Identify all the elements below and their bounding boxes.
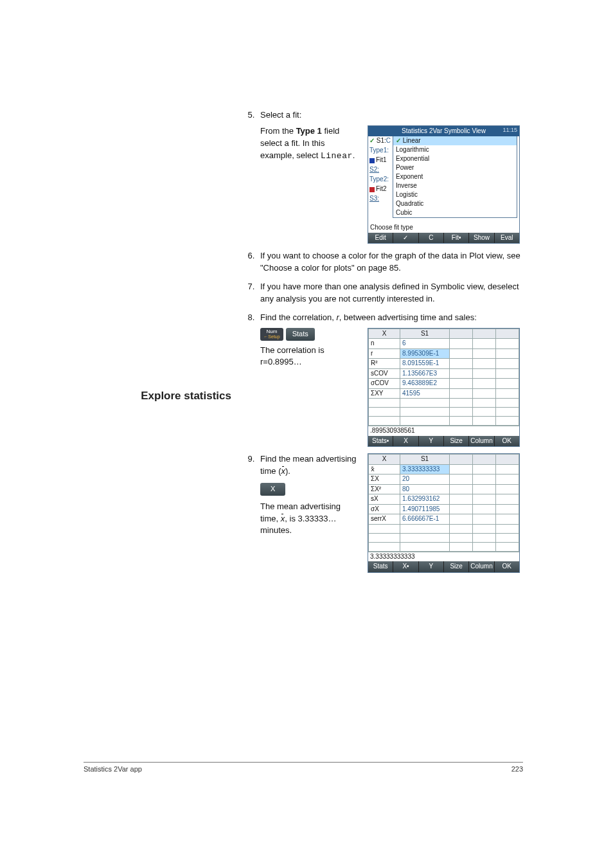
stats-softkey: Stats <box>286 328 315 341</box>
step-8: Find the correlation, r, between adverti… <box>257 312 523 447</box>
type1-label: Type 1 <box>296 126 322 136</box>
menu-check[interactable]: ✓ <box>393 233 418 244</box>
step8-text: Num ←Setup Stats The correlation is r=0.… <box>260 328 360 369</box>
calc-symbolic-view: Statistics 2Var Symbolic View 11:15 ✓ S1… <box>368 125 520 244</box>
fit-type-dropdown[interactable]: Linear Logarithmic Exponential Power Exp… <box>393 136 517 218</box>
dropdown-opt-exp[interactable]: Exponential <box>393 154 517 163</box>
menu-c[interactable]: C <box>419 233 444 244</box>
hdr-x: X <box>369 329 400 339</box>
m1-ok[interactable]: OK <box>495 436 519 447</box>
sym-left-s2: S2: <box>368 165 393 175</box>
sym-left-type2: Type2: <box>368 175 393 185</box>
step-9: Find the mean advertising time (x). X Th… <box>257 453 523 573</box>
dropdown-opt-inverse[interactable]: Inverse <box>393 181 517 190</box>
menu-fit[interactable]: Fit• <box>444 233 469 244</box>
m1-stats[interactable]: Stats• <box>368 436 393 447</box>
dropdown-opt-linear[interactable]: Linear <box>393 136 517 145</box>
menu-eval[interactable]: Eval <box>495 233 519 244</box>
step9-text: Find the mean advertising time (x). X Th… <box>260 453 360 537</box>
echo-line-2: 3.33333333333 <box>368 552 519 562</box>
stats-screen-correlation: X S1 n6 r8.995309E-1 R²8.091559E-1 sCOV1… <box>368 328 520 448</box>
sym-left-type1: Type1: <box>368 146 393 156</box>
r-cell-selected: 8.995309E-1 <box>400 348 450 359</box>
calc-time: 11:15 <box>502 126 517 134</box>
num-setup-key-icon: Num ←Setup <box>260 328 283 341</box>
calc-hint: Choose fit type <box>368 223 519 233</box>
menu-edit[interactable]: Edit <box>368 233 393 244</box>
sym-left-fit2: Fit2 <box>368 185 393 194</box>
m2-ok[interactable]: OK <box>495 561 519 572</box>
echo-line-1: .899530938561 <box>368 426 519 436</box>
m2-x[interactable]: X• <box>393 561 418 572</box>
step5-lead: Select a fit: <box>260 110 301 120</box>
sym-left-fit1: Fit1 <box>368 156 393 165</box>
menu-show[interactable]: Show <box>469 233 494 244</box>
m1-y[interactable]: Y <box>419 436 444 447</box>
step-7: If you have more than one analysis defin… <box>257 281 523 305</box>
m1-size[interactable]: Size <box>444 436 469 447</box>
hdr-s1: S1 <box>400 329 450 339</box>
linear-monospace: Linear <box>321 151 353 161</box>
m2-y[interactable]: Y <box>419 561 444 572</box>
step-5: Select a fit: From the Type 1 field sele… <box>257 109 523 244</box>
xbar-symbol-2: x <box>281 513 285 525</box>
hdr2-s1: S1 <box>400 455 450 465</box>
dropdown-opt-quad[interactable]: Quadratic <box>393 199 517 208</box>
page-footer: Statistics 2Var app 223 <box>84 762 523 775</box>
sym-left-s3: S3: <box>368 194 393 204</box>
stats-screen-mean: X S1 x̄3.333333333 ΣX20 ΣX²80 sX1.632993… <box>368 453 520 573</box>
m1-x[interactable]: X <box>393 436 418 447</box>
dropdown-opt-log[interactable]: Logarithmic <box>393 145 517 154</box>
step5-text: From the Type 1 field select a fit. In t… <box>260 125 360 163</box>
section-heading-explore-statistics: Explore statistics <box>84 388 231 404</box>
xbar-cell-selected: 3.333333333 <box>400 464 450 475</box>
calc-title: Statistics 2Var Symbolic View 11:15 <box>368 126 519 137</box>
footer-left: Statistics 2Var app <box>84 764 142 775</box>
calc-menubar: Edit ✓ C Fit• Show Eval <box>368 233 519 244</box>
dropdown-opt-logistic[interactable]: Logistic <box>393 190 517 199</box>
x-softkey: X <box>260 483 285 496</box>
dropdown-opt-exponent[interactable]: Exponent <box>393 172 517 181</box>
xbar-symbol: x <box>281 466 286 478</box>
m1-column[interactable]: Column <box>469 436 494 447</box>
m2-stats[interactable]: Stats <box>368 561 393 572</box>
m2-size[interactable]: Size <box>444 561 469 572</box>
footer-page-number: 223 <box>511 764 523 775</box>
hdr2-x: X <box>369 455 400 465</box>
step-6: If you want to choose a color for the gr… <box>257 250 523 275</box>
sym-left-s1: ✓ S1:C <box>368 136 393 146</box>
dropdown-opt-cubic[interactable]: Cubic <box>393 208 517 217</box>
m2-column[interactable]: Column <box>469 561 494 572</box>
dropdown-opt-power[interactable]: Power <box>393 163 517 172</box>
